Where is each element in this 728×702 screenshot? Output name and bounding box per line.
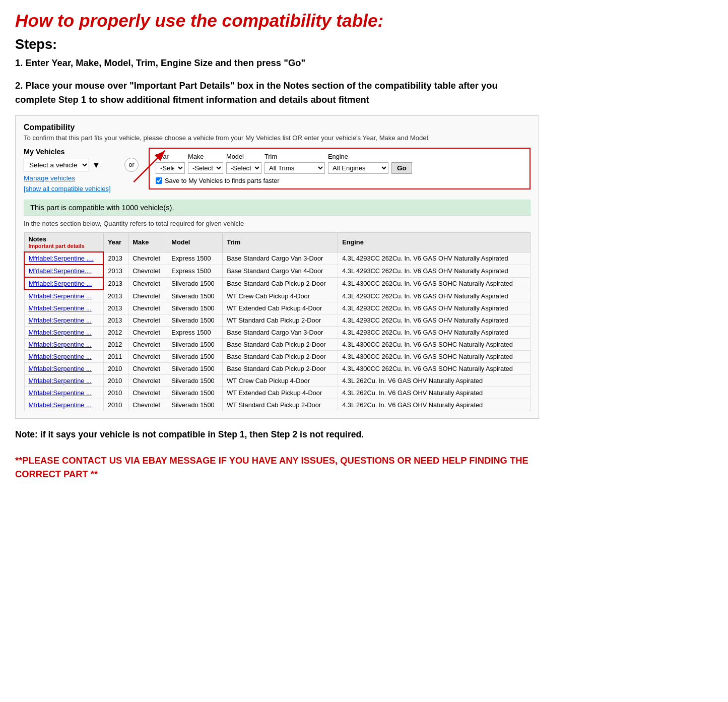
steps-heading: Steps: (15, 36, 539, 52)
engine-cell: 4.3L 262Cu. In. V6 GAS OHV Naturally Asp… (338, 399, 531, 411)
table-row: Mfrlabel:Serpentine ...2012ChevroletExpr… (24, 327, 531, 339)
compat-count-bar: This part is compatible with 1000 vehicl… (24, 200, 531, 216)
make-cell: Chevrolet (128, 399, 167, 411)
trim-cell: Base Standard Cargo Van 3-Door (223, 327, 338, 339)
table-row: Mfrlabel:Serpentine ...2010ChevroletSilv… (24, 399, 531, 411)
notes-cell[interactable]: Mfrlabel:Serpentine ... (24, 277, 103, 290)
table-row: Mfrlabel:Serpentine ...2010ChevroletSilv… (24, 375, 531, 387)
step1-text: 1. Enter Year, Make, Model, Trim, Engine… (15, 56, 539, 70)
col-trim: Trim (223, 233, 338, 252)
trim-cell: Base Standard Cab Pickup 2-Door (223, 339, 338, 351)
trim-select[interactable]: All Trims (264, 162, 325, 174)
manage-vehicles-link[interactable]: Manage vehicles (24, 174, 114, 182)
table-row: Mfrlabel:Serpentine ...2013ChevroletSilv… (24, 314, 531, 327)
col-model: Model (167, 233, 223, 252)
compat-title: Compatibility (24, 123, 531, 132)
model-cell: Express 1500 (167, 265, 223, 277)
table-row: Mfrlabel:Serpentine ...2010ChevroletSilv… (24, 363, 531, 375)
notes-cell[interactable]: Mfrlabel:Serpentine ... (24, 387, 103, 399)
engine-select[interactable]: All Engines (328, 162, 388, 174)
year-cell: 2012 (103, 327, 128, 339)
trim-cell: WT Crew Cab Pickup 4-Door (223, 375, 338, 387)
year-cell: 2010 (103, 399, 128, 411)
trim-cell: WT Extended Cab Pickup 4-Door (223, 387, 338, 399)
table-row: Mfrlabel:Serpentine ...2010ChevroletSilv… (24, 387, 531, 399)
table-row: Mfrlabel:Serpentine ...2013ChevroletSilv… (24, 302, 531, 314)
make-cell: Chevrolet (128, 314, 167, 327)
make-cell: Chevrolet (128, 252, 167, 265)
ymm-section: Year Make Model Trim Engine -Select- -Se… (149, 148, 531, 189)
model-select[interactable]: -Select- (226, 162, 261, 174)
trim-cell: Base Standard Cargo Van 3-Door (223, 252, 338, 265)
show-all-link[interactable]: [show all compatible vehicles] (24, 185, 114, 193)
notes-cell[interactable]: Mfrlabel:Serpentine ... (24, 375, 103, 387)
make-select[interactable]: -Select- (188, 162, 223, 174)
year-cell: 2013 (103, 314, 128, 327)
model-label: Model (226, 153, 261, 160)
notes-cell[interactable]: Mfrlabel:Serpentine.... (24, 265, 103, 277)
year-cell: 2010 (103, 387, 128, 399)
make-cell: Chevrolet (128, 265, 167, 277)
engine-label: Engine (328, 153, 388, 160)
year-cell: 2013 (103, 302, 128, 314)
trim-cell: Base Standard Cab Pickup 2-Door (223, 351, 338, 363)
or-divider: or (124, 158, 139, 172)
notes-cell[interactable]: Mfrlabel:Serpentine ... (24, 327, 103, 339)
engine-cell: 4.3L 4300CC 262Cu. In. V6 GAS SOHC Natur… (338, 277, 531, 290)
trim-cell: Base Standard Cab Pickup 2-Door (223, 277, 338, 290)
trim-cell: WT Standard Cab Pickup 2-Door (223, 314, 338, 327)
model-cell: Silverado 1500 (167, 290, 223, 302)
engine-cell: 4.3L 4293CC 262Cu. In. V6 GAS OHV Natura… (338, 302, 531, 314)
notes-cell[interactable]: Mfrlabel:Serpentine ... (24, 399, 103, 411)
main-title: How to properly use the compatibility ta… (15, 10, 539, 31)
trim-label: Trim (264, 153, 325, 160)
year-cell: 2011 (103, 351, 128, 363)
year-cell: 2013 (103, 265, 128, 277)
col-make: Make (128, 233, 167, 252)
make-cell: Chevrolet (128, 387, 167, 399)
col-year: Year (103, 233, 128, 252)
model-cell: Silverado 1500 (167, 387, 223, 399)
notes-cell[interactable]: Mfrlabel:Serpentine ... (24, 363, 103, 375)
engine-cell: 4.3L 4293CC 262Cu. In. V6 GAS OHV Natura… (338, 290, 531, 302)
trim-cell: WT Crew Cab Pickup 4-Door (223, 290, 338, 302)
notes-cell[interactable]: Mfrlabel:Serpentine ... (24, 290, 103, 302)
notes-cell[interactable]: Mfrlabel:Serpentine ... (24, 302, 103, 314)
engine-cell: 4.3L 262Cu. In. V6 GAS OHV Naturally Asp… (338, 387, 531, 399)
model-cell: Express 1500 (167, 252, 223, 265)
model-cell: Silverado 1500 (167, 351, 223, 363)
col-notes: Notes Important part details (24, 233, 103, 252)
make-cell: Chevrolet (128, 339, 167, 351)
notes-cell[interactable]: Mfrlabel:Serpentine .... (24, 252, 103, 265)
step2-text: 2. Place your mouse over "Important Part… (15, 79, 539, 106)
notes-cell[interactable]: Mfrlabel:Serpentine ... (24, 314, 103, 327)
table-row: Mfrlabel:Serpentine....2013ChevroletExpr… (24, 265, 531, 277)
save-label: Save to My Vehicles to finds parts faste… (165, 177, 280, 184)
note-text: Note: if it says your vehicle is not com… (15, 428, 539, 441)
model-cell: Silverado 1500 (167, 375, 223, 387)
compatibility-section: Compatibility To confirm that this part … (15, 115, 539, 419)
year-cell: 2013 (103, 277, 128, 290)
make-cell: Chevrolet (128, 375, 167, 387)
engine-cell: 4.3L 4293CC 262Cu. In. V6 GAS OHV Natura… (338, 265, 531, 277)
make-cell: Chevrolet (128, 277, 167, 290)
make-cell: Chevrolet (128, 363, 167, 375)
engine-cell: 4.3L 4300CC 262Cu. In. V6 GAS SOHC Natur… (338, 351, 531, 363)
notes-cell[interactable]: Mfrlabel:Serpentine ... (24, 351, 103, 363)
model-cell: Silverado 1500 (167, 399, 223, 411)
compat-subtitle: To confirm that this part fits your vehi… (24, 134, 531, 142)
year-cell: 2013 (103, 290, 128, 302)
table-row: Mfrlabel:Serpentine ...2012ChevroletSilv… (24, 339, 531, 351)
save-checkbox[interactable] (156, 177, 162, 184)
vehicle-select[interactable]: Select a vehicle (24, 159, 89, 171)
model-cell: Express 1500 (167, 327, 223, 339)
year-cell: 2010 (103, 375, 128, 387)
notes-cell[interactable]: Mfrlabel:Serpentine ... (24, 339, 103, 351)
year-select[interactable]: -Select- (156, 162, 185, 174)
col-engine: Engine (338, 233, 531, 252)
model-cell: Silverado 1500 (167, 339, 223, 351)
go-button[interactable]: Go (391, 162, 412, 174)
engine-cell: 4.3L 4293CC 262Cu. In. V6 GAS OHV Natura… (338, 252, 531, 265)
trim-cell: Base Standard Cargo Van 4-Door (223, 265, 338, 277)
my-vehicles-section: My Vehicles Select a vehicle ▼ Manage ve… (24, 148, 114, 193)
